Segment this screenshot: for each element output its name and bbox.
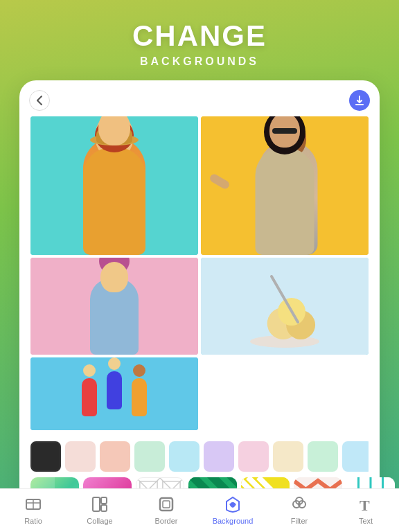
editor-card bbox=[19, 80, 380, 532]
color-swatch-2[interactable] bbox=[100, 441, 130, 472]
photo-cell-top-right[interactable] bbox=[201, 116, 369, 255]
app-background: CHANGE BACKGROUNDS bbox=[0, 0, 399, 532]
back-button[interactable] bbox=[29, 90, 50, 111]
nav-item-ratio[interactable]: Ratio bbox=[12, 495, 54, 525]
nav-item-collage[interactable]: Collage bbox=[79, 495, 121, 525]
photo-bl bbox=[30, 258, 198, 355]
nav-label-collage: Collage bbox=[87, 517, 112, 525]
color-swatch-7[interactable] bbox=[273, 441, 303, 472]
color-swatches-row bbox=[30, 441, 369, 472]
svg-rect-35 bbox=[101, 505, 107, 511]
color-swatch-6[interactable] bbox=[238, 441, 269, 472]
nav-label-filter: Filter bbox=[291, 517, 308, 525]
svg-point-38 bbox=[231, 502, 235, 506]
nav-label-text: Text bbox=[359, 517, 373, 525]
color-swatch-1[interactable] bbox=[65, 441, 96, 472]
photo-tl bbox=[30, 116, 198, 255]
filter-icon bbox=[290, 495, 309, 514]
background-icon bbox=[223, 495, 242, 514]
nav-item-text[interactable]: T Text bbox=[345, 495, 387, 525]
photo-bc bbox=[201, 258, 369, 355]
photo-cell-top-left[interactable] bbox=[30, 116, 198, 255]
color-swatch-5[interactable] bbox=[204, 441, 234, 472]
svg-rect-36 bbox=[160, 498, 172, 511]
color-swatch-4[interactable] bbox=[169, 441, 200, 472]
header-subtitle: BACKGROUNDS bbox=[132, 55, 267, 68]
nav-label-ratio: Ratio bbox=[24, 517, 42, 525]
text-icon: T bbox=[356, 495, 375, 514]
ratio-icon bbox=[24, 495, 43, 514]
photo-cell-bottom-left[interactable] bbox=[30, 258, 198, 355]
download-button[interactable] bbox=[349, 90, 370, 111]
photo-br bbox=[30, 357, 198, 430]
color-swatch-9[interactable] bbox=[342, 441, 369, 472]
svg-rect-33 bbox=[93, 497, 100, 511]
color-swatch-8[interactable] bbox=[308, 441, 338, 472]
nav-item-filter[interactable]: Filter bbox=[278, 495, 320, 525]
photo-cell-bottom-right[interactable] bbox=[30, 357, 198, 430]
color-swatch-3[interactable] bbox=[134, 441, 165, 472]
collage-icon bbox=[90, 495, 109, 514]
svg-rect-37 bbox=[163, 501, 170, 508]
nav-item-background[interactable]: Background bbox=[212, 495, 254, 525]
nav-item-border[interactable]: Border bbox=[145, 495, 187, 525]
color-swatch-black[interactable] bbox=[30, 441, 61, 472]
photo-grid bbox=[30, 116, 369, 430]
svg-text:T: T bbox=[360, 497, 370, 513]
nav-label-border: Border bbox=[154, 517, 177, 525]
svg-rect-34 bbox=[101, 497, 107, 504]
bottom-nav: Ratio Collage Border bbox=[0, 488, 399, 532]
nav-label-background: Background bbox=[213, 517, 254, 525]
photo-cell-bottom-center[interactable] bbox=[201, 258, 369, 355]
header-title: CHANGE bbox=[132, 19, 267, 53]
header: CHANGE BACKGROUNDS bbox=[132, 0, 267, 68]
border-icon bbox=[157, 495, 176, 514]
photo-tr bbox=[201, 116, 369, 255]
